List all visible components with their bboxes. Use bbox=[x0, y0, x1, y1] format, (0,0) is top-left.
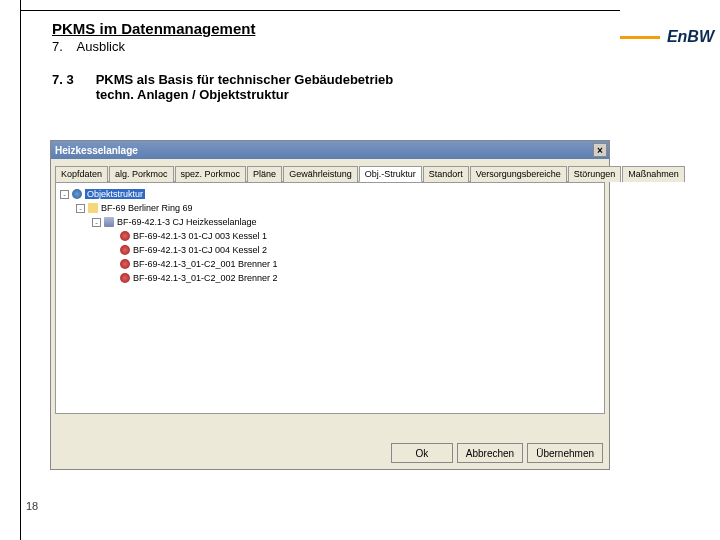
slide-title: PKMS im Datenmanagement bbox=[52, 20, 600, 37]
window-titlebar[interactable]: Heizkesselanlage × bbox=[51, 141, 609, 159]
dialog-buttons: Ok Abbrechen Übernehmen bbox=[391, 443, 603, 463]
tab-obj-struktur[interactable]: Obj.-Struktur bbox=[359, 166, 422, 182]
logo-accent-line bbox=[620, 36, 660, 39]
section-line1: PKMS als Basis für technischer Gebäudebe… bbox=[96, 72, 394, 87]
cube-icon bbox=[104, 217, 114, 227]
layout-horizontal-line bbox=[20, 10, 620, 11]
tree-expander-icon[interactable]: - bbox=[92, 218, 101, 227]
window-title: Heizkesselanlage bbox=[55, 145, 138, 156]
section-heading: 7. 3 PKMS als Basis für technischer Gebä… bbox=[52, 72, 600, 102]
red-icon bbox=[120, 259, 130, 269]
tree-view[interactable]: -Objektstruktur-BF-69 Berliner Ring 69-B… bbox=[55, 182, 605, 414]
tree-node[interactable]: BF-69-42.1-3 01-CJ 004 Kessel 2 bbox=[60, 243, 600, 257]
tab-pl-ne[interactable]: Pläne bbox=[247, 166, 282, 182]
tree-node[interactable]: BF-69-42.1-3_01-C2_002 Brenner 2 bbox=[60, 271, 600, 285]
slide-header: PKMS im Datenmanagement 7. Ausblick bbox=[52, 20, 600, 54]
tree-node-label: BF-69-42.1-3_01-C2_002 Brenner 2 bbox=[133, 273, 278, 283]
tree-node[interactable]: -BF-69 Berliner Ring 69 bbox=[60, 201, 600, 215]
tree-node[interactable]: -Objektstruktur bbox=[60, 187, 600, 201]
tree-node[interactable]: BF-69-42.1-3_01-C2_001 Brenner 1 bbox=[60, 257, 600, 271]
tree-node[interactable]: BF-69-42.1-3 01-CJ 003 Kessel 1 bbox=[60, 229, 600, 243]
dialog-window: Heizkesselanlage × Kopfdatenalg. Porkmoc… bbox=[50, 140, 610, 470]
ok-button[interactable]: Ok bbox=[391, 443, 453, 463]
tab-gew-hrleistung[interactable]: Gewährleistung bbox=[283, 166, 358, 182]
tab-bar: Kopfdatenalg. Porkmocspez. PorkmocPläneG… bbox=[55, 165, 605, 182]
tab-alg-porkmoc[interactable]: alg. Porkmoc bbox=[109, 166, 174, 182]
tree-expander-icon[interactable]: - bbox=[60, 190, 69, 199]
tree-node-label: BF-69 Berliner Ring 69 bbox=[101, 203, 193, 213]
tree-node[interactable]: -BF-69-42.1-3 CJ Heizkesselanlage bbox=[60, 215, 600, 229]
section-number: 7. 3 bbox=[52, 72, 92, 87]
red-icon bbox=[120, 231, 130, 241]
page-number: 18 bbox=[26, 500, 38, 512]
tree-node-label: BF-69-42.1-3_01-C2_001 Brenner 1 bbox=[133, 259, 278, 269]
section-line2: techn. Anlagen / Objektstruktur bbox=[96, 87, 289, 102]
brand-logo: EnBW bbox=[667, 28, 714, 46]
tree-expander-icon[interactable]: - bbox=[76, 204, 85, 213]
apply-button[interactable]: Übernehmen bbox=[527, 443, 603, 463]
layout-vertical-line bbox=[20, 0, 21, 540]
red-icon bbox=[120, 273, 130, 283]
cancel-button[interactable]: Abbrechen bbox=[457, 443, 523, 463]
globe-icon bbox=[72, 189, 82, 199]
close-icon[interactable]: × bbox=[593, 143, 607, 157]
tab-kopfdaten[interactable]: Kopfdaten bbox=[55, 166, 108, 182]
tab-versorgungsbereiche[interactable]: Versorgungsbereiche bbox=[470, 166, 567, 182]
folder-icon bbox=[88, 203, 98, 213]
tree-node-label: BF-69-42.1-3 01-CJ 003 Kessel 1 bbox=[133, 231, 267, 241]
tab-spez-porkmoc[interactable]: spez. Porkmoc bbox=[175, 166, 247, 182]
subtitle-text: Ausblick bbox=[77, 39, 125, 54]
tree-node-label: Objektstruktur bbox=[85, 189, 145, 199]
subtitle-number: 7. bbox=[52, 39, 63, 54]
tab-st-rungen[interactable]: Störungen bbox=[568, 166, 622, 182]
tree-node-label: BF-69-42.1-3 01-CJ 004 Kessel 2 bbox=[133, 245, 267, 255]
slide-subtitle: 7. Ausblick bbox=[52, 39, 600, 54]
tab-standort[interactable]: Standort bbox=[423, 166, 469, 182]
red-icon bbox=[120, 245, 130, 255]
tree-node-label: BF-69-42.1-3 CJ Heizkesselanlage bbox=[117, 217, 257, 227]
tab-ma-nahmen[interactable]: Maßnahmen bbox=[622, 166, 685, 182]
